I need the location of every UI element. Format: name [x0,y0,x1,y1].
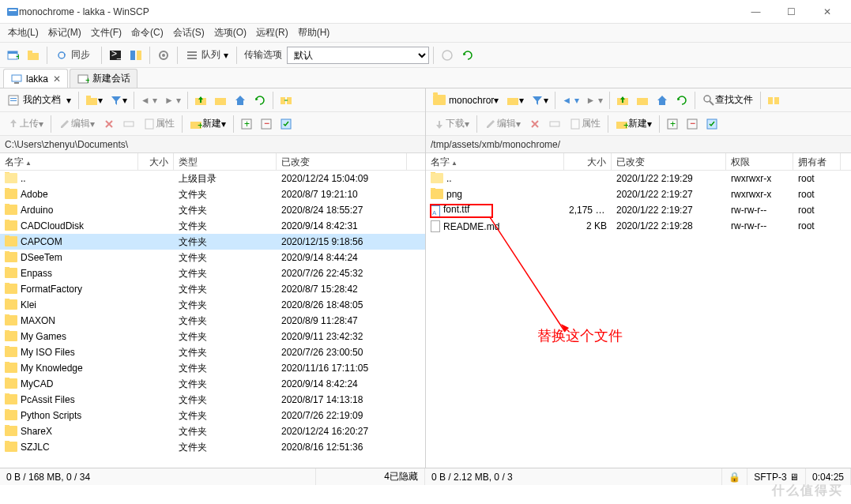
home-icon[interactable] [231,91,250,110]
menu-file[interactable]: 文件(F) [86,24,126,41]
list-row[interactable]: ..2020/1/22 2:19:29rwxrwxr-xroot [426,171,851,186]
reconnect-icon[interactable] [458,46,477,65]
new-button[interactable]: +新建 ▾ [612,115,656,134]
col-type[interactable]: 类型 [174,153,277,170]
filter-icon[interactable]: ▾ [528,91,552,110]
menu-command[interactable]: 命令(C) [126,24,168,41]
refresh-icon[interactable] [672,91,691,110]
list-row[interactable]: FormatFactory文件夹2020/8/7 15:28:42 [0,281,425,297]
list-row[interactable]: My Knowledge文件夹2020/11/16 17:11:05 [0,360,425,376]
edit-button[interactable]: 编辑 ▾ [480,115,525,134]
menu-help[interactable]: 帮助(H) [293,24,335,41]
nav-forward-icon[interactable]: ► ▾ [161,91,184,110]
local-drive-selector[interactable]: 我的文档 ▾ [3,91,75,110]
select-minus-icon[interactable]: − [257,115,276,134]
parent-dir-icon[interactable] [191,91,210,110]
parent-dir-icon[interactable] [613,91,632,110]
tab-close-icon[interactable]: ✕ [53,73,61,85]
find-files-button[interactable]: 查找文件 [698,91,757,110]
properties-button[interactable]: 属性 [565,115,604,134]
nav-back-icon[interactable]: ◄ ▾ [559,91,582,110]
list-row[interactable]: SZJLC文件夹2020/8/16 12:51:36 [0,439,425,455]
list-row[interactable]: png2020/1/22 2:19:27rwxrwxr-xroot [426,186,851,202]
list-row[interactable]: Python Scripts文件夹2020/7/26 22:19:09 [0,408,425,423]
list-row[interactable]: Arduino文件夹2020/8/24 18:55:27 [0,202,425,218]
list-row[interactable]: My Games文件夹2020/9/11 23:42:32 [0,329,425,344]
edit-button[interactable]: 编辑 ▾ [55,115,99,134]
delete-icon[interactable] [100,115,119,134]
compare-icon[interactable] [126,46,145,65]
sync-browse-icon[interactable] [764,91,783,110]
sites-icon[interactable] [24,46,43,65]
select-all-icon[interactable] [277,115,296,134]
minimize-button[interactable]: — [738,1,774,23]
list-row[interactable]: CAPCOM文件夹2020/12/15 9:18:56 [0,234,425,250]
upload-button[interactable]: 上传 ▾ [3,115,47,134]
list-row[interactable]: README.md2 KB2020/1/22 2:19:28rw-rw-r--r… [426,218,851,234]
col-name[interactable]: 名字▲ [0,153,138,170]
list-row[interactable]: Enpass文件夹2020/7/26 22:45:32 [0,265,425,281]
new-button[interactable]: +新建 ▾ [186,115,230,134]
tab-lakka[interactable]: lakka ✕ [3,69,68,88]
list-row[interactable]: ..上级目录2020/12/24 15:04:09 [0,171,425,186]
col-changed[interactable]: 已改变 [612,153,726,170]
tab-label: lakka [26,73,48,85]
list-row[interactable]: Klei文件夹2020/8/26 18:48:05 [0,297,425,313]
rename-icon[interactable] [119,115,138,134]
properties-button[interactable]: 属性 [139,115,179,134]
menu-local[interactable]: 本地(L) [3,24,43,41]
sync-button[interactable]: 同步 [51,46,97,65]
menu-options[interactable]: 选项(O) [209,24,251,41]
col-owner[interactable]: 拥有者 [793,153,841,170]
disconnect-icon[interactable] [438,46,457,65]
col-name[interactable]: 名字▲ [426,153,564,170]
list-row[interactable]: ShareX文件夹2020/12/24 16:20:27 [0,423,425,439]
list-row[interactable]: CADCloudDisk文件夹2020/9/14 8:42:31 [0,218,425,234]
col-changed[interactable]: 已改变 [277,153,407,170]
filter-icon[interactable]: ▾ [107,91,130,110]
local-list-header: 名字▲ 大小 类型 已改变 [0,153,425,171]
list-row[interactable]: DSeeTem文件夹2020/9/14 8:44:24 [0,250,425,265]
console-icon[interactable]: >_ [106,46,125,65]
select-all-icon[interactable] [702,115,721,134]
list-row[interactable]: MAXON文件夹2020/8/9 11:28:47 [0,313,425,329]
remote-path[interactable]: /tmp/assets/xmb/monochrome/ [426,136,851,153]
list-row[interactable]: PcAssit Files文件夹2020/8/17 14:13:18 [0,392,425,408]
nav-forward-icon[interactable]: ► ▾ [583,91,606,110]
list-row[interactable]: Afont.ttf2,175 KB2020/1/22 2:19:27rw-rw-… [426,202,851,218]
remote-drive-selector[interactable]: monochror ▾ [429,91,503,110]
select-plus-icon[interactable]: + [237,115,256,134]
root-dir-icon[interactable] [211,91,230,110]
list-row[interactable]: Adobe文件夹2020/8/7 19:21:10 [0,186,425,202]
open-folder-icon[interactable]: ▾ [82,91,106,110]
nav-back-icon[interactable]: ◄ ▾ [137,91,160,110]
new-session-icon[interactable]: + [3,46,22,65]
root-dir-icon[interactable] [633,91,652,110]
home-icon[interactable] [653,91,672,110]
maximize-button[interactable]: ☐ [774,1,809,23]
col-size[interactable]: 大小 [138,153,174,170]
select-plus-icon[interactable]: + [663,115,682,134]
remote-file-list[interactable]: 名字▲ 大小 已改变 权限 拥有者 ..2020/1/22 2:19:29rwx… [426,153,851,468]
menu-mark[interactable]: 标记(M) [43,24,86,41]
list-row[interactable]: My ISO Files文件夹2020/7/26 23:00:50 [0,344,425,360]
queue-button[interactable]: 队列 ▾ [182,46,232,65]
local-file-list[interactable]: 名字▲ 大小 类型 已改变 ..上级目录2020/12/24 15:04:09A… [0,153,425,468]
delete-icon[interactable] [525,115,544,134]
tab-new-session[interactable]: + 新建会话 [70,69,137,88]
menu-session[interactable]: 会话(S) [168,24,209,41]
col-perm[interactable]: 权限 [726,153,793,170]
select-minus-icon[interactable]: − [683,115,702,134]
list-row[interactable]: MyCAD文件夹2020/9/14 8:42:24 [0,376,425,392]
rename-icon[interactable] [545,115,564,134]
sync-browse-icon[interactable] [277,91,296,110]
menu-remote[interactable]: 远程(R) [251,24,293,41]
close-button[interactable]: ✕ [809,1,845,23]
transfer-preset-combo[interactable]: 默认 [287,47,429,64]
col-size[interactable]: 大小 [564,153,612,170]
local-path[interactable]: C:\Users\zhenyu\Documents\ [0,136,425,153]
download-button[interactable]: 下载 ▾ [429,115,473,134]
gear-icon[interactable] [154,46,173,65]
refresh-icon[interactable] [250,91,269,110]
open-folder-icon[interactable]: ▾ [503,91,527,110]
